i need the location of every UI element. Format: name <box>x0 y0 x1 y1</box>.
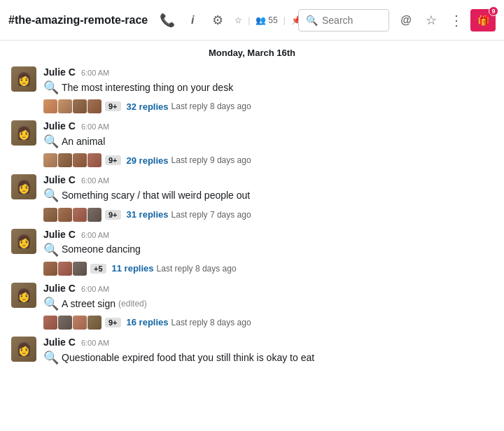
reply-meta: Last reply 8 days ago <box>172 101 251 111</box>
reply-link[interactable]: 11 replies <box>112 263 154 274</box>
replies-row: 9+ 32 replies Last reply 8 days ago <box>43 99 493 113</box>
reply-meta: Last reply 8 days ago <box>157 264 237 274</box>
message-content: Julie C 6:00 AM 🔍 Questionable expired f… <box>43 337 493 367</box>
date-divider: Monday, March 16th <box>11 41 493 62</box>
message-time: 6:00 AM <box>81 69 109 77</box>
message-body: A street sign <box>62 297 115 311</box>
message-time: 6:00 AM <box>81 285 109 293</box>
reply-avatars <box>43 99 102 113</box>
messages-list: Monday, March 16th 👩 Julie C 6:00 AM 🔍 T… <box>0 41 504 431</box>
reply-avatars <box>43 153 102 167</box>
magnify-icon: 🔍 <box>43 133 59 150</box>
replies-row: 9+ 29 replies Last reply 9 days ago <box>43 153 493 167</box>
message-group: 👩 Julie C 6:00 AM 🔍 The most interesting… <box>11 62 493 116</box>
message-header: Julie C 6:00 AM <box>43 229 493 240</box>
message-group: 👩 Julie C 6:00 AM 🔍 A street sign (edite… <box>11 278 493 332</box>
message-header: Julie C 6:00 AM <box>43 337 493 348</box>
channel-header: #the-amazing-remote-race 📞 i ⚙ ☆ | 👥 55 … <box>0 0 504 41</box>
message-author: Julie C <box>43 283 76 294</box>
header-right: @ ☆ ⋮ 🎁 9 <box>395 9 496 31</box>
replies-row: 9+ 16 replies Last reply 8 days ago <box>43 316 493 330</box>
star-icon: ☆ <box>234 15 242 25</box>
message-text: 🔍 Someone dancing <box>43 241 493 259</box>
reply-meta: Last reply 9 days ago <box>172 155 251 165</box>
reply-count-badge: 9+ <box>105 155 121 165</box>
at-icon: @ <box>400 14 412 27</box>
message-content: Julie C 6:00 AM 🔍 The most interesting t… <box>43 66 493 113</box>
message-content: Julie C 6:00 AM 🔍 An animal 9+ 29 replie… <box>43 120 493 167</box>
reply-link[interactable]: 32 replies <box>127 101 169 112</box>
message-header: Julie C 6:00 AM <box>43 283 493 294</box>
reply-link[interactable]: 29 replies <box>127 155 169 166</box>
message-body: The most interesting thing on your desk <box>62 81 233 95</box>
message-body: An animal <box>62 135 105 149</box>
message-header: Julie C 6:00 AM <box>43 120 493 132</box>
replies-row: +5 11 replies Last reply 8 days ago <box>43 262 493 276</box>
message-text: 🔍 A street sign (edited) <box>43 295 493 313</box>
message-author: Julie C <box>43 174 76 185</box>
magnify-icon: 🔍 <box>43 241 59 259</box>
avatar: 👩 <box>11 120 36 146</box>
magnify-icon: 🔍 <box>43 187 59 204</box>
message-group: 👩 Julie C 6:00 AM 🔍 Something scary / th… <box>11 170 493 224</box>
reply-count-badge: 9+ <box>105 210 121 220</box>
magnify-icon: 🔍 <box>43 79 59 97</box>
search-icon: 🔍 <box>306 15 318 26</box>
message-text: 🔍 Something scary / that will weird peop… <box>43 187 493 204</box>
reply-link[interactable]: 16 replies <box>127 317 169 327</box>
message-content: Julie C 6:00 AM 🔍 A street sign (edited)… <box>43 283 493 330</box>
magnify-icon: 🔍 <box>43 295 59 313</box>
message-text: 🔍 The most interesting thing on your des… <box>43 79 493 97</box>
avatar: 👩 <box>11 337 36 362</box>
message-time: 6:00 AM <box>81 122 109 131</box>
reply-meta: Last reply 8 days ago <box>172 318 251 327</box>
message-header: Julie C 6:00 AM <box>43 174 493 185</box>
people-icon: 👥 <box>255 15 266 25</box>
search-input[interactable] <box>322 15 378 26</box>
bookmark-icon: ☆ <box>426 13 437 28</box>
reply-meta: Last reply 7 days ago <box>172 210 251 220</box>
message-body: Something scary / that will weird people… <box>62 189 250 203</box>
info-icon: i <box>191 14 194 27</box>
avatar: 👩 <box>11 283 36 308</box>
search-box[interactable]: 🔍 <box>298 9 389 31</box>
message-content: Julie C 6:00 AM 🔍 Something scary / that… <box>43 174 493 221</box>
avatar: 👩 <box>11 66 36 92</box>
edited-label: (edited) <box>118 298 147 310</box>
more-button[interactable]: ⋮ <box>445 9 468 31</box>
message-time: 6:00 AM <box>81 339 109 347</box>
message-author: Julie C <box>43 337 76 348</box>
more-icon: ⋮ <box>449 12 463 29</box>
at-button[interactable]: @ <box>395 9 417 31</box>
info-button[interactable]: i <box>181 9 204 31</box>
gift-icon: 🎁 <box>477 15 489 26</box>
message-author: Julie C <box>43 229 76 240</box>
message-time: 6:00 AM <box>81 231 109 239</box>
reply-avatars <box>43 316 102 330</box>
star-item[interactable]: ☆ <box>234 15 242 25</box>
members-item: 👥 55 <box>255 15 277 25</box>
members-count: 55 <box>268 15 277 25</box>
settings-button[interactable]: ⚙ <box>206 9 229 31</box>
gear-icon: ⚙ <box>212 13 223 28</box>
messages-container: 👩 Julie C 6:00 AM 🔍 The most interesting… <box>11 62 493 369</box>
message-author: Julie C <box>43 66 76 78</box>
message-group: 👩 Julie C 6:00 AM 🔍 An animal 9+ 29 repl… <box>11 116 493 170</box>
gift-badge: 9 <box>489 6 498 16</box>
magnify-icon: 🔍 <box>43 349 59 367</box>
gift-button[interactable]: 🎁 9 <box>470 9 496 31</box>
channel-title: #the-amazing-remote-race <box>8 14 148 27</box>
replies-row: 9+ 31 replies Last reply 7 days ago <box>43 208 493 222</box>
message-body: Someone dancing <box>62 243 141 257</box>
reply-avatars <box>43 262 88 276</box>
bookmark-button[interactable]: ☆ <box>420 9 442 31</box>
message-group: 👩 Julie C 6:00 AM 🔍 Someone dancing +5 1… <box>11 225 493 278</box>
message-content: Julie C 6:00 AM 🔍 Someone dancing +5 11 … <box>43 229 493 276</box>
message-body: Questionable expired food that you still… <box>62 351 314 365</box>
reply-link[interactable]: 31 replies <box>127 209 169 220</box>
phone-button[interactable]: 📞 <box>156 9 178 31</box>
reply-count-badge: 9+ <box>105 318 121 327</box>
message-group: 👩 Julie C 6:00 AM 🔍 Questionable expired… <box>11 332 493 369</box>
message-header: Julie C 6:00 AM <box>43 66 493 78</box>
message-text: 🔍 An animal <box>43 133 493 150</box>
